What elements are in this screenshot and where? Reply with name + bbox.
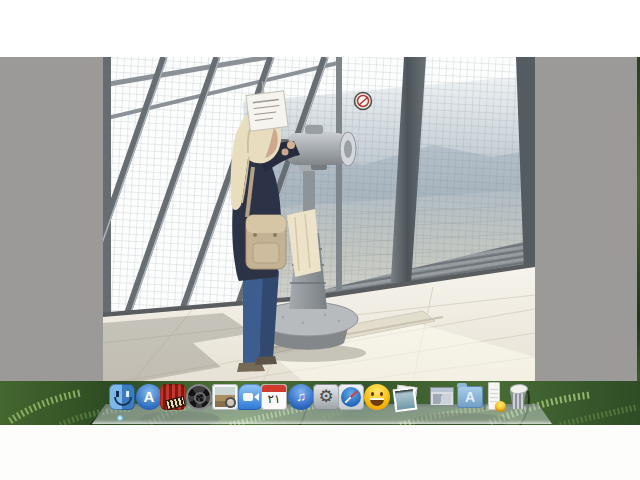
dock-item-front-row[interactable] <box>160 384 186 410</box>
dock-item-safari[interactable] <box>338 384 364 410</box>
dock-item-app-store[interactable]: A <box>136 384 162 410</box>
dock-item-applications-folder[interactable]: A <box>457 386 483 408</box>
photo-scene <box>103 57 535 381</box>
bottom-white-band <box>0 425 640 480</box>
dock-item-ical[interactable]: ٢١ <box>261 384 287 410</box>
dock-item-minimized-window[interactable] <box>430 387 454 406</box>
ical-date-label: ٢١ <box>261 392 287 406</box>
round-sticker <box>355 93 372 110</box>
dock-item-yahoo-messenger[interactable] <box>364 384 390 410</box>
smiley-badge <box>495 401 506 412</box>
finder-running-indicator <box>117 415 123 421</box>
dock-item-system-preferences[interactable]: ⚙ <box>313 384 339 410</box>
dock: A ٢١ ♫ ⚙ A <box>0 378 640 425</box>
top-white-band <box>0 0 640 57</box>
dock-item-preview[interactable] <box>212 384 238 410</box>
dock-item-minimized-document-window[interactable] <box>488 382 500 410</box>
dock-item-iphoto[interactable] <box>393 384 419 410</box>
dock-item-finder[interactable] <box>109 384 135 410</box>
dock-item-trash[interactable] <box>507 383 529 410</box>
observation-deck-photo <box>103 57 535 381</box>
dock-item-itunes[interactable]: ♫ <box>288 384 314 410</box>
dock-item-aperture[interactable] <box>186 384 212 410</box>
